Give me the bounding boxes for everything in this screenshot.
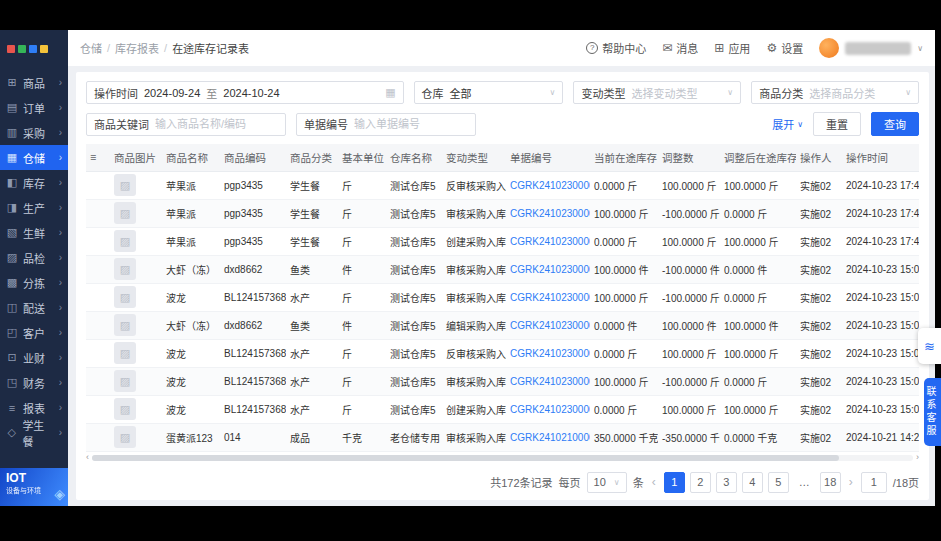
settings-button[interactable]: ⚙设置 xyxy=(766,40,803,56)
cell-code: 014 xyxy=(220,423,286,451)
sidebar-item-仓储[interactable]: ▦仓储› xyxy=(0,145,68,170)
doc-no-input[interactable] xyxy=(354,118,464,130)
menu-icon: ▥ xyxy=(6,126,18,139)
contact-support-tab[interactable]: 联系客服 xyxy=(924,378,941,446)
pager-page-1[interactable]: 1 xyxy=(664,472,685,493)
cell-warehouse: 测试仓库5 xyxy=(386,171,442,199)
sidebar-item-分拣[interactable]: ▩分拣› xyxy=(0,270,68,295)
help-center-button[interactable]: ?帮助中心 xyxy=(586,40,646,56)
doc-no-link[interactable]: CGRK24102300001 xyxy=(510,348,590,359)
sidebar-item-学生餐[interactable]: ◇学生餐› xyxy=(0,420,68,445)
breadcrumb-item[interactable]: 库存报表 xyxy=(115,40,159,56)
pager-page-18[interactable]: 18 xyxy=(820,472,841,493)
cell-warehouse: 测试仓库5 xyxy=(386,339,442,367)
cell-doc_no: CGRK24102300002 xyxy=(506,199,590,227)
doc-no-link[interactable]: CGRK24102300001 xyxy=(510,320,590,331)
row-select-cell xyxy=(86,423,110,451)
cell-after: 0.0000 斤 xyxy=(720,367,796,395)
cell-unit: 千克 xyxy=(338,423,386,451)
cell-time: 2024-10-23 15:07 xyxy=(842,283,919,311)
cell-image: ▨ xyxy=(110,283,162,311)
scroll-right-icon[interactable]: › xyxy=(916,453,919,462)
category-filter[interactable]: 商品分类 选择商品分类 ∨ xyxy=(751,81,919,104)
chevron-down-icon: ∨ xyxy=(614,478,620,487)
keyword-filter[interactable]: 商品关键词 xyxy=(86,113,286,136)
pager-page-5[interactable]: 5 xyxy=(768,472,789,493)
pager-page-3[interactable]: 3 xyxy=(716,472,737,493)
pager-page-4[interactable]: 4 xyxy=(742,472,763,493)
sidebar-item-商品[interactable]: ⊞商品› xyxy=(0,70,68,95)
cell-doc_no: CGRK24102300001 xyxy=(506,311,590,339)
menu-icon: ⊞ xyxy=(6,76,18,89)
cell-warehouse: 测试仓库5 xyxy=(386,395,442,423)
scrollbar-thumb[interactable] xyxy=(92,455,839,461)
date-end-value[interactable]: 2024-10-24 xyxy=(223,87,279,99)
iot-badge[interactable]: IOT 设备与环境 ◈ xyxy=(0,468,68,506)
column-header-仓库名称: 仓库名称 xyxy=(386,144,442,171)
apps-button[interactable]: ⊞应用 xyxy=(714,40,750,56)
sidebar-item-生鲜[interactable]: ▧生鲜› xyxy=(0,220,68,245)
row-select-cell xyxy=(86,199,110,227)
cell-change_type: 审核采购入库 xyxy=(442,255,506,283)
doc-no-link[interactable]: CGRK24102300001 xyxy=(510,292,590,303)
doc-no-link[interactable]: CGRK24102300002 xyxy=(510,180,590,191)
sidebar-item-财务[interactable]: ◳财务› xyxy=(0,370,68,395)
doc-no-link[interactable]: CGRK24102300002 xyxy=(510,208,590,219)
doc-no-link[interactable]: CGRK24102100002 xyxy=(510,432,590,443)
date-range-filter[interactable]: 操作时间 2024-09-24 至 2024-10-24 ▦ xyxy=(86,81,404,104)
sidebar-item-配送[interactable]: ◫配送› xyxy=(0,295,68,320)
doc-no-link[interactable]: CGRK24102300001 xyxy=(510,404,590,415)
pager-page-2[interactable]: 2 xyxy=(690,472,711,493)
cell-image: ▨ xyxy=(110,311,162,339)
doc-no-link[interactable]: CGRK24102300002 xyxy=(510,236,590,247)
table-row: ▨波龙BL124157368水产斤测试仓库5审核采购入库CGRK24102300… xyxy=(86,367,919,395)
chevron-down-icon: ∨ xyxy=(917,44,923,53)
prev-page-button[interactable]: ‹ xyxy=(650,475,658,489)
sidebar-item-label: 商品 xyxy=(23,75,45,91)
logo-square xyxy=(40,45,48,53)
cell-operator: 实施02 xyxy=(796,339,842,367)
change-type-filter[interactable]: 变动类型 选择变动类型 ∨ xyxy=(573,81,741,104)
breadcrumb-separator: / xyxy=(107,42,110,54)
page-size-select[interactable]: 10 ∨ xyxy=(587,472,627,493)
sidebar-item-采购[interactable]: ▥采购› xyxy=(0,120,68,145)
keyword-input[interactable] xyxy=(155,118,265,130)
cell-image: ▨ xyxy=(110,227,162,255)
expand-filters-button[interactable]: 展开∨ xyxy=(772,116,803,132)
sidebar-item-生产[interactable]: ◨生产› xyxy=(0,195,68,220)
reset-button[interactable]: 重置 xyxy=(813,112,861,136)
sidebar-item-客户[interactable]: ◰客户› xyxy=(0,320,68,345)
sidebar-item-品检[interactable]: ▨品检› xyxy=(0,245,68,270)
sidebar-item-订单[interactable]: ▤订单› xyxy=(0,95,68,120)
next-page-button[interactable]: › xyxy=(847,475,855,489)
cell-operator: 实施02 xyxy=(796,199,842,227)
iot-title: IOT xyxy=(6,472,62,485)
cell-adjust: 100.0000 斤 xyxy=(658,227,720,255)
sidebar-item-业财[interactable]: ⊡业财› xyxy=(0,345,68,370)
cell-warehouse: 测试仓库5 xyxy=(386,311,442,339)
cell-code: dxd8662 xyxy=(220,255,286,283)
jump-page-input[interactable]: 1 xyxy=(861,472,887,493)
row-select-cell xyxy=(86,171,110,199)
jump-page-suffix: /18页 xyxy=(893,474,919,490)
quick-tool-button[interactable]: ≋ xyxy=(918,328,941,364)
messages-button[interactable]: ✉消息 xyxy=(662,40,698,56)
doc-no-link[interactable]: CGRK24102300001 xyxy=(510,264,590,275)
sidebar-item-库存[interactable]: ◧库存› xyxy=(0,170,68,195)
product-image-placeholder: ▨ xyxy=(114,230,136,252)
user-menu[interactable]: ∨ xyxy=(819,38,923,58)
breadcrumb-separator: / xyxy=(164,42,167,54)
doc-no-link[interactable]: CGRK24102300001 xyxy=(510,376,590,387)
search-button[interactable]: 查询 xyxy=(871,112,919,136)
chevron-right-icon: › xyxy=(59,302,62,313)
warehouse-filter[interactable]: 仓库 全部 ∨ xyxy=(414,81,564,104)
doc-no-filter[interactable]: 单据编号 xyxy=(296,113,476,136)
column-settings-icon[interactable]: ≡ xyxy=(86,144,110,171)
scroll-left-icon[interactable]: ‹ xyxy=(86,453,89,462)
cell-adjust: -350.0000 千克 xyxy=(658,423,720,451)
date-start-value[interactable]: 2024-09-24 xyxy=(144,87,200,99)
chevron-right-icon: › xyxy=(59,277,62,288)
column-header-商品分类: 商品分类 xyxy=(286,144,338,171)
scrollbar-track[interactable] xyxy=(92,455,913,461)
breadcrumb-item[interactable]: 仓储 xyxy=(80,40,102,56)
